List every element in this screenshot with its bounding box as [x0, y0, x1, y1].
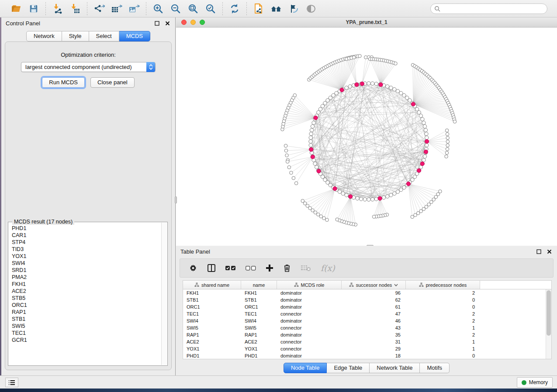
close-panel-icon[interactable] — [546, 248, 553, 255]
mcds-result-item[interactable]: STP4 — [12, 239, 161, 246]
open-session-icon[interactable] — [10, 3, 22, 14]
column-header-shared-name[interactable]: shared name — [183, 281, 241, 289]
table-cell[interactable]: RAP1 — [241, 331, 277, 338]
mcds-result-item[interactable]: TEC1 — [12, 330, 161, 337]
graph-node[interactable] — [317, 110, 320, 114]
table-cell[interactable]: SWI5 — [241, 324, 277, 331]
table-cell[interactable]: dominator — [277, 352, 342, 359]
mcds-node[interactable] — [311, 155, 315, 159]
table-cell[interactable]: FKH1 — [241, 289, 277, 296]
graph-node[interactable] — [312, 121, 315, 124]
graph-node[interactable] — [422, 121, 426, 124]
table-row[interactable]: ACE2ACE2connector311 — [183, 338, 546, 345]
graph-node[interactable] — [370, 198, 374, 201]
graph-node[interactable] — [386, 195, 389, 198]
node-table-body[interactable]: FKH1FKH1dominator962STB1STB1dominator620… — [183, 289, 546, 359]
graph-node[interactable] — [446, 144, 450, 147]
mcds-result-item[interactable]: CAR1 — [12, 232, 161, 239]
float-panel-icon[interactable] — [535, 248, 542, 255]
memory-button[interactable]: Memory — [517, 377, 553, 388]
graph-node[interactable] — [287, 165, 291, 169]
mcds-node[interactable] — [378, 196, 382, 200]
table-cell[interactable]: 18 — [342, 352, 406, 359]
mcds-result-item[interactable]: STB1 — [12, 316, 161, 323]
network-window-titlebar[interactable]: YPA_prune.txt_1 — [176, 17, 557, 28]
mcds-node[interactable] — [317, 169, 321, 173]
table-cell[interactable]: STB1 — [183, 296, 241, 303]
mcds-node[interactable] — [411, 102, 415, 106]
table-cell[interactable]: YOX1 — [241, 345, 277, 352]
mcds-node[interactable] — [340, 88, 344, 92]
table-cell[interactable]: TEC1 — [241, 310, 277, 317]
graph-node[interactable] — [358, 54, 362, 58]
graph-node[interactable] — [423, 155, 426, 158]
mcds-result-item[interactable]: PHD1 — [12, 225, 161, 232]
graph-node[interactable] — [393, 192, 396, 195]
show-graphics-details-icon[interactable] — [305, 3, 317, 14]
refresh-icon[interactable] — [229, 3, 240, 14]
optimization-criterion-select[interactable]: largest connected component (undirected) — [21, 62, 156, 72]
table-cell[interactable]: PHD1 — [241, 352, 277, 359]
graph-node[interactable] — [423, 124, 426, 128]
table-cell[interactable]: ACE2 — [183, 338, 241, 345]
graph-node[interactable] — [367, 198, 370, 201]
mcds-result-item[interactable]: SRD1 — [12, 267, 161, 274]
table-cell[interactable]: 47 — [342, 310, 406, 317]
table-settings-icon[interactable] — [189, 262, 197, 274]
mcds-node[interactable] — [420, 162, 424, 166]
table-cell[interactable]: PHD1 — [183, 352, 241, 359]
table-scrollbar[interactable] — [546, 289, 551, 359]
mcds-result-item[interactable]: FKH1 — [12, 281, 161, 288]
graph-node[interactable] — [394, 62, 398, 65]
graph-node[interactable] — [421, 117, 424, 121]
table-cell[interactable]: 0 — [406, 352, 480, 359]
mcds-result-item[interactable]: SWI5 — [12, 323, 161, 330]
table-cell[interactable]: dominator — [277, 331, 342, 338]
table-cell[interactable]: connector — [277, 338, 342, 345]
graph-node[interactable] — [315, 165, 318, 169]
graph-node[interactable] — [417, 110, 421, 114]
graph-node[interactable] — [348, 85, 352, 88]
table-cell[interactable]: 2 — [406, 317, 480, 324]
graph-node[interactable] — [425, 143, 429, 147]
graph-node[interactable] — [284, 149, 288, 152]
table-cell[interactable]: 96 — [342, 289, 406, 296]
graph-node[interactable] — [374, 197, 378, 201]
mcds-node[interactable] — [406, 182, 410, 186]
table-row[interactable]: SWI5SWI5connector431 — [183, 324, 546, 331]
result-list-scrollbar[interactable] — [161, 223, 167, 365]
save-session-icon[interactable] — [28, 3, 39, 14]
graph-node[interactable] — [292, 176, 295, 180]
table-cell[interactable]: 29 — [342, 345, 406, 352]
mcds-result-item[interactable]: STB5 — [12, 295, 161, 302]
graph-node[interactable] — [414, 213, 417, 217]
zoom-fit-icon[interactable] — [187, 3, 199, 14]
mcds-node[interactable] — [424, 150, 428, 154]
mcds-node[interactable] — [314, 116, 318, 120]
function-builder-icon[interactable]: f(x) — [321, 262, 335, 274]
table-cell[interactable]: YOX1 — [183, 345, 241, 352]
graph-node[interactable] — [386, 85, 389, 88]
mcds-node[interactable] — [417, 168, 421, 172]
table-row[interactable]: PHD1PHD1dominator180 — [183, 352, 546, 359]
delete-table-icon[interactable] — [301, 262, 311, 274]
export-table-icon[interactable] — [111, 3, 122, 14]
table-cell[interactable]: STB1 — [241, 296, 277, 303]
graph-node[interactable] — [419, 114, 422, 117]
tab-edge-table[interactable]: Edge Table — [327, 363, 370, 373]
table-cell[interactable]: connector — [277, 324, 342, 331]
graph-node[interactable] — [370, 82, 374, 85]
graph-node[interactable] — [345, 193, 348, 197]
mcds-result-item[interactable]: ACE2 — [12, 288, 161, 295]
table-cell[interactable]: TEC1 — [183, 310, 241, 317]
table-cell[interactable]: 1 — [406, 324, 480, 331]
graph-node[interactable] — [389, 86, 393, 89]
table-row[interactable]: RAP1RAP1dominator352 — [183, 331, 546, 338]
graph-node[interactable] — [309, 132, 313, 135]
mcds-result-list[interactable]: PHD1CAR1STP4TID3YOX1SWI4SRD1PMA2FKH1ACE2… — [9, 223, 161, 365]
graph-node[interactable] — [425, 136, 429, 139]
column-header-MCDS-role[interactable]: MCDS role — [277, 281, 342, 289]
table-cell[interactable]: 2 — [406, 289, 480, 296]
run-mcds-button[interactable]: Run MCDS — [42, 77, 85, 88]
graph-node[interactable] — [446, 140, 450, 144]
